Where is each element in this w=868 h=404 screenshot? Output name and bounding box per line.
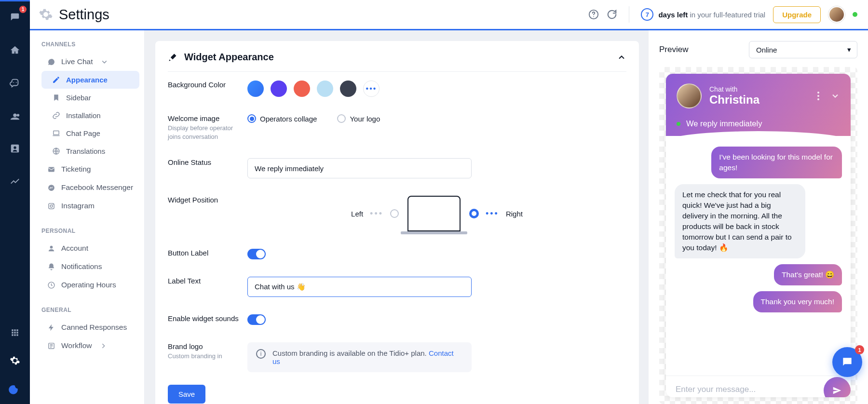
section-personal: PERSONAL — [41, 228, 139, 234]
kebab-icon[interactable] — [817, 91, 820, 101]
bolt-icon — [47, 323, 55, 332]
sidebar-item-translations[interactable]: Translations — [41, 142, 139, 160]
position-right-radio[interactable] — [469, 209, 479, 218]
chevron-right-icon — [99, 342, 108, 350]
sidebar-item-appearance[interactable]: Appearance — [41, 71, 139, 89]
label-text-label: Label Text — [168, 277, 247, 285]
label-text-input[interactable] — [247, 277, 472, 297]
page-title-icon — [39, 7, 53, 22]
dots-icon: ••• — [370, 209, 383, 219]
svg-rect-5 — [48, 167, 54, 172]
rail-contacts-icon[interactable] — [6, 107, 24, 124]
svg-rect-3 — [54, 131, 59, 135]
sidebar-item-messenger[interactable]: Facebook Messenger — [41, 178, 139, 197]
globe-icon — [52, 147, 60, 155]
sidebar-item-ticketing[interactable]: Ticketing — [41, 160, 139, 178]
swatch-red[interactable] — [294, 81, 310, 97]
svg-point-13 — [817, 92, 819, 94]
sounds-toggle[interactable] — [247, 314, 266, 325]
swatch-dark[interactable] — [340, 81, 356, 97]
bookmark-icon — [52, 94, 60, 102]
position-left-radio[interactable] — [390, 209, 399, 218]
card-title: Widget Appearance — [184, 52, 274, 63]
page: Settings 7 days left in your full-featur… — [30, 0, 868, 404]
preview-panel: Preview Online Chat with Christina — [649, 30, 868, 404]
rail-analytics-icon[interactable] — [6, 173, 24, 190]
instagram-icon — [47, 202, 55, 210]
sidebar-item-hours[interactable]: Operating Hours — [41, 276, 139, 294]
dots-icon: ••• — [486, 209, 499, 219]
rail-address-icon[interactable] — [6, 140, 24, 157]
brush-icon — [168, 53, 177, 62]
send-button[interactable] — [824, 377, 851, 397]
message-operator: Let me check that for you real quick! We… — [675, 184, 805, 258]
brand-sub: Custom branding in — [168, 352, 247, 361]
section-channels: CHANNELS — [41, 41, 139, 48]
swatch-purple[interactable] — [271, 81, 287, 97]
link-icon — [52, 111, 60, 120]
sidebar-item-installation[interactable]: Installation — [41, 107, 139, 124]
operator-avatar — [677, 83, 702, 108]
chat-status: We reply immediately — [677, 119, 840, 128]
upgrade-button[interactable]: Upgrade — [773, 6, 821, 23]
swatch-more[interactable]: ••• — [363, 81, 380, 97]
brand-info-box: i Custom branding is available on the Ti… — [247, 342, 472, 372]
rail-bot-icon[interactable] — [6, 74, 24, 92]
rail-settings-icon[interactable] — [6, 352, 24, 369]
radio-operators-collage[interactable]: Operators collage — [247, 114, 317, 123]
bell-icon — [47, 263, 55, 271]
message-guest: That's great! 😄 — [774, 264, 842, 285]
brand-label: Brand logo — [168, 342, 247, 350]
pen-icon — [52, 76, 60, 84]
sidebar-item-livechat[interactable]: Live Chat — [41, 53, 139, 71]
mail-icon — [47, 165, 55, 174]
preview-title: Preview — [659, 45, 688, 54]
sidebar-item-sidebar[interactable]: Sidebar — [41, 89, 139, 107]
sounds-label: Enable widget sounds — [168, 314, 247, 323]
operator-name: Chat with Christina — [709, 85, 760, 107]
chat-launcher-fab[interactable]: 1 — [832, 347, 862, 377]
radio-checked-icon — [247, 114, 256, 123]
svg-point-1 — [15, 383, 21, 389]
position-label: Widget Position — [168, 196, 247, 204]
rail-home-icon[interactable] — [6, 41, 24, 59]
button-label-label: Button Label — [168, 249, 247, 257]
sidebar-item-canned[interactable]: Canned Responses — [41, 318, 139, 337]
rail-apps-icon[interactable] — [6, 324, 24, 341]
message-guest: I've been looking for this model for age… — [711, 147, 842, 178]
position-left-label: Left — [351, 210, 363, 218]
sidebar-item-chatpage[interactable]: Chat Page — [41, 124, 139, 142]
section-general: GENERAL — [41, 307, 139, 313]
position-right-label: Right — [506, 210, 523, 218]
user-avatar[interactable] — [828, 6, 845, 23]
message-guest: Thank you very much! — [753, 291, 842, 312]
collapse-icon[interactable] — [617, 53, 626, 62]
left-rail: 1 — [0, 0, 30, 404]
rail-logo-icon[interactable] — [6, 380, 24, 397]
button-label-toggle[interactable] — [247, 249, 266, 259]
sidebar-item-account[interactable]: Account — [41, 239, 139, 257]
sidebar-item-workflow[interactable]: Workflow — [41, 337, 139, 355]
workflow-icon — [47, 342, 55, 350]
preview-state-select[interactable]: Online — [749, 41, 857, 58]
online-status-input[interactable] — [247, 158, 472, 178]
radio-your-logo[interactable]: Your logo — [337, 114, 380, 123]
chevron-down-icon — [100, 58, 108, 66]
welcome-sub: Display before operator joins conversati… — [168, 124, 247, 141]
svg-point-15 — [817, 98, 819, 100]
minimize-icon[interactable] — [830, 91, 840, 101]
refresh-icon[interactable] — [607, 9, 617, 20]
laptop-icon — [52, 129, 60, 137]
chat-input-placeholder[interactable]: Enter your message... — [676, 385, 756, 394]
sidebar-item-notifications[interactable]: Notifications — [41, 257, 139, 276]
rail-inbox-icon[interactable]: 1 — [6, 9, 24, 26]
welcome-label: Welcome image — [168, 114, 247, 122]
help-icon[interactable] — [588, 9, 599, 20]
swatch-blue[interactable] — [247, 81, 264, 97]
save-button[interactable]: Save — [168, 385, 205, 404]
swatch-lightblue[interactable] — [317, 81, 333, 97]
bg-color-label: Background Color — [168, 81, 247, 89]
bg-color-swatches: ••• — [247, 81, 626, 97]
sidebar-item-instagram[interactable]: Instagram — [41, 197, 139, 215]
settings-sidebar: CHANNELS Live Chat Appearance Sidebar In… — [30, 30, 145, 404]
